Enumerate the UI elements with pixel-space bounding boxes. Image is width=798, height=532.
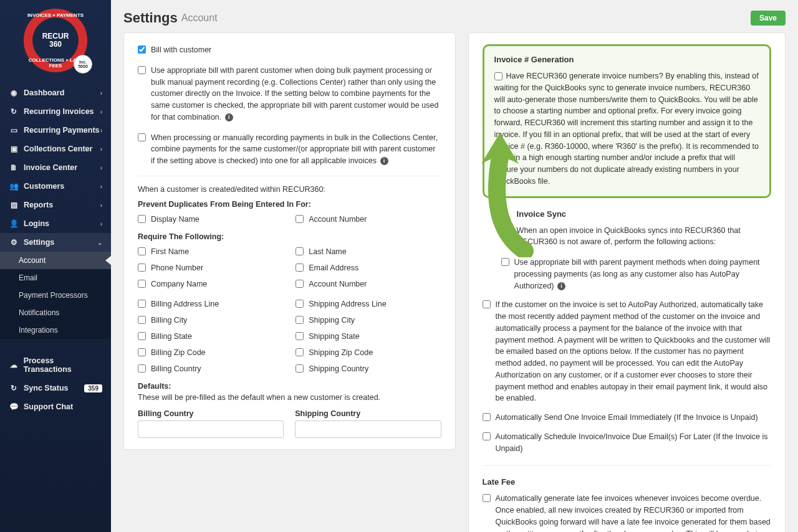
subnav-email[interactable]: Email — [0, 269, 111, 287]
late-fee-checkbox[interactable] — [483, 494, 491, 502]
auto-send-email-checkbox[interactable] — [483, 413, 491, 421]
prevent-duplicates-heading: Prevent Duplicates From Being Entered In… — [138, 200, 441, 209]
right-panel: Invoice # Generation Have RECUR360 gener… — [468, 32, 786, 532]
nav-settings[interactable]: ⚙Settings⌄ — [0, 233, 111, 252]
save-button[interactable]: Save — [751, 11, 786, 26]
dup-display-name-checkbox[interactable] — [138, 215, 146, 223]
shipping-country-input[interactable] — [295, 420, 441, 438]
nav-label: Logins — [24, 219, 49, 228]
req-first-name-label: First Name — [151, 247, 189, 256]
nav-recurring-payments[interactable]: ▭Recurring Payments› — [0, 121, 111, 140]
autopay-auto-process-checkbox[interactable] — [483, 300, 491, 308]
nav-recurring-invoices[interactable]: ↻Recurring Invoices› — [0, 102, 111, 121]
req-billing-state-label: Billing State — [151, 332, 192, 341]
req-billing-state-checkbox[interactable] — [138, 332, 146, 340]
invoice-gen-description: Have RECUR360 generate invoice numbers? … — [494, 72, 759, 186]
combine-bulk-payments-checkbox[interactable] — [138, 133, 146, 141]
req-shipping-state-label: Shipping State — [309, 332, 359, 341]
logo-badge: Inc. 5000 — [74, 55, 92, 74]
nav-logins[interactable]: 👤Logins› — [0, 214, 111, 233]
info-icon[interactable]: i — [225, 113, 233, 121]
auto-send-email-label: Automatically Send One Invoice Email Imm… — [496, 412, 758, 424]
combine-bulk-payments-label: When processing or manually recording pa… — [151, 132, 441, 167]
subnav-payment-processors[interactable]: Payment Processors — [0, 287, 111, 304]
billing-country-input[interactable] — [138, 420, 284, 438]
invoice-sync-description: When an open invoice in QuickBooks syncs… — [517, 225, 771, 249]
req-company-label: Company Name — [151, 280, 207, 288]
nav-support-chat[interactable]: 💬Support Chat — [0, 397, 111, 416]
nav-collections-center[interactable]: ▣Collections Center› — [0, 140, 111, 158]
gears-icon: ⚙ — [9, 238, 19, 247]
req-shipping-state-checkbox[interactable] — [296, 332, 304, 340]
req-billing-city-checkbox[interactable] — [138, 316, 146, 324]
bill-with-customer-checkbox[interactable] — [138, 45, 146, 54]
logo-ring-top: INVOICES » PAYMENTS — [27, 12, 84, 18]
chevron-down-icon: ⌄ — [97, 239, 102, 246]
nav-sync-status[interactable]: ↻Sync Status359 — [0, 379, 111, 397]
use-parent-payment-checkbox[interactable] — [501, 258, 509, 266]
req-phone-checkbox[interactable] — [138, 264, 146, 272]
nav-label: Dashboard — [24, 88, 64, 97]
nav-invoice-center[interactable]: 🗎Invoice Center› — [0, 158, 111, 177]
req-billing-addr-checkbox[interactable] — [138, 300, 146, 308]
req-billing-country-checkbox[interactable] — [138, 364, 146, 373]
nav-label: Customers — [24, 182, 64, 191]
cloud-icon: ☁ — [9, 361, 19, 369]
defaults-subheading: These will be pre-filled as the default … — [138, 393, 441, 402]
late-fee-description: Automatically generate late fee invoices… — [496, 493, 771, 532]
nav-label: Sync Status — [24, 384, 69, 392]
brand-sub: 360 — [49, 40, 62, 49]
settings-subnav: Account Email Payment Processors Notific… — [0, 252, 111, 339]
req-shipping-country-label: Shipping Country — [309, 364, 368, 373]
req-billing-addr-label: Billing Address Line — [151, 300, 219, 308]
req-billing-city-label: Billing City — [151, 316, 187, 325]
chevron-right-icon: › — [100, 90, 102, 97]
req-account-number-checkbox[interactable] — [296, 280, 304, 288]
nav-reports[interactable]: ▤Reports› — [0, 196, 111, 214]
subnav-notifications[interactable]: Notifications — [0, 304, 111, 321]
nav-label: Reports — [24, 201, 53, 209]
req-account-number-label: Account Number — [309, 280, 367, 288]
info-icon[interactable]: i — [380, 157, 388, 165]
chevron-right-icon: › — [100, 202, 102, 209]
auto-schedule-email-label: Automatically Schedule Invoice/Invoice D… — [496, 431, 771, 455]
dup-account-number-checkbox[interactable] — [296, 215, 304, 223]
main-content: Settings Account Save Bill with customer… — [111, 0, 798, 532]
use-appropriate-parent-label: Use appropriate bill with parent custome… — [151, 65, 441, 123]
req-shipping-addr-checkbox[interactable] — [296, 300, 304, 308]
use-appropriate-parent-checkbox[interactable] — [138, 66, 146, 74]
user-plus-icon: 👤 — [9, 219, 19, 228]
card-icon: ▭ — [9, 126, 19, 135]
defaults-heading: Defaults: — [138, 382, 441, 391]
req-last-name-label: Last Name — [309, 247, 346, 256]
subnav-integrations[interactable]: Integrations — [0, 321, 111, 339]
auto-schedule-email-checkbox[interactable] — [483, 432, 491, 440]
nav-dashboard[interactable]: ◉Dashboard› — [0, 83, 111, 102]
chevron-right-icon: › — [100, 127, 102, 134]
nav-label: Settings — [24, 238, 54, 247]
req-company-checkbox[interactable] — [138, 280, 146, 288]
sidebar: INVOICES » PAYMENTS COLLECTIONS » LATE F… — [0, 0, 111, 532]
subnav-account[interactable]: Account — [0, 252, 111, 269]
req-shipping-country-checkbox[interactable] — [296, 364, 304, 373]
sync-icon: ↻ — [9, 384, 19, 392]
req-email-checkbox[interactable] — [296, 264, 304, 272]
invoice-gen-checkbox[interactable] — [494, 72, 502, 80]
chat-icon: 💬 — [9, 402, 19, 411]
req-shipping-zip-checkbox[interactable] — [296, 348, 304, 356]
nav-customers[interactable]: 👥Customers› — [0, 177, 111, 196]
page-title: Settings — [123, 10, 178, 26]
req-shipping-city-checkbox[interactable] — [296, 316, 304, 324]
bill-with-customer-label: Bill with customer — [151, 44, 211, 56]
users-icon: 👥 — [9, 182, 19, 191]
req-first-name-checkbox[interactable] — [138, 247, 146, 255]
req-last-name-checkbox[interactable] — [296, 247, 304, 255]
req-billing-zip-checkbox[interactable] — [138, 348, 146, 356]
info-icon[interactable]: i — [557, 282, 565, 290]
gauge-icon: ◉ — [9, 88, 19, 97]
req-shipping-addr-label: Shipping Address Line — [309, 300, 386, 308]
nav-process-transactions[interactable]: ☁Process Transactions — [0, 351, 111, 379]
dup-display-name-label: Display Name — [151, 215, 200, 224]
nav-label: Invoice Center — [24, 163, 77, 172]
archive-icon: ▣ — [9, 145, 19, 153]
